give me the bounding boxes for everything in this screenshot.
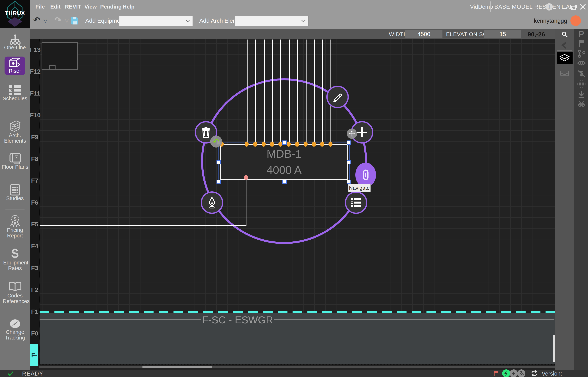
sidebar-item-one-line[interactable]: One-Line bbox=[0, 34, 30, 50]
collapse-panel-chevron[interactable] bbox=[561, 42, 567, 49]
connection-dot[interactable] bbox=[245, 141, 249, 147]
power-status-idle-icon[interactable] bbox=[510, 369, 518, 377]
selection-handle-n[interactable] bbox=[282, 141, 287, 145]
add-equipment-select[interactable] bbox=[119, 16, 193, 26]
feeder-line[interactable] bbox=[314, 39, 315, 144]
load-connection-dot[interactable] bbox=[244, 175, 248, 180]
menu-pending[interactable]: Pending bbox=[100, 4, 122, 10]
selection-handle-w[interactable] bbox=[216, 160, 221, 165]
menu-edit[interactable]: Edit bbox=[50, 4, 61, 10]
feeder-line[interactable] bbox=[297, 39, 298, 144]
connection-dot[interactable] bbox=[270, 141, 274, 147]
connection-dot[interactable] bbox=[278, 141, 282, 147]
schedule-list-button[interactable] bbox=[345, 191, 367, 214]
restore-button[interactable] bbox=[571, 4, 578, 11]
add-arch-element-select[interactable] bbox=[235, 16, 309, 26]
avatar[interactable] bbox=[570, 15, 581, 26]
feeder-line[interactable] bbox=[322, 39, 323, 144]
menu-help[interactable]: Help bbox=[123, 4, 135, 10]
section-label: F-SC - ESWGR bbox=[202, 314, 273, 326]
branch-icon[interactable] bbox=[574, 50, 588, 58]
width-input[interactable]: 4500 bbox=[405, 30, 442, 38]
save-icon[interactable] bbox=[70, 16, 79, 25]
model-name: BASE MODEL RESIDENTIAL bbox=[494, 4, 573, 10]
connection-dot[interactable] bbox=[253, 141, 257, 147]
selection-handle-s[interactable] bbox=[282, 180, 287, 184]
connection-dot[interactable] bbox=[262, 141, 266, 147]
visibility-eye-icon[interactable] bbox=[574, 60, 588, 66]
move-badge[interactable] bbox=[347, 129, 357, 139]
connection-dot[interactable] bbox=[295, 141, 299, 147]
minimap[interactable] bbox=[42, 42, 78, 70]
project-name[interactable]: VidDemo bbox=[470, 4, 493, 10]
rail-properties-button[interactable]: P bbox=[574, 29, 588, 39]
sidebar-item-arch-elements[interactable]: Arch. Elements bbox=[0, 119, 30, 144]
refresh-icon[interactable] bbox=[530, 370, 538, 377]
selection-handle-ne[interactable] bbox=[347, 141, 351, 145]
connection-dot[interactable] bbox=[287, 141, 291, 147]
undo-button[interactable]: ↶ bbox=[33, 15, 40, 25]
navigate-button[interactable] bbox=[355, 163, 376, 187]
selection-handle-e[interactable] bbox=[347, 160, 351, 165]
minimize-button[interactable] bbox=[562, 8, 567, 9]
feeder-line[interactable] bbox=[272, 39, 273, 144]
status-flag-icon[interactable] bbox=[493, 370, 499, 377]
vertical-scrollbar-thumb[interactable] bbox=[553, 335, 555, 362]
delete-undo-badge[interactable]: ↶ bbox=[210, 136, 222, 148]
canvas-viewport[interactable]: WIDTH 4500 ELEVATION SCALE 15 90,-26 F13… bbox=[30, 29, 555, 370]
feeder-line[interactable] bbox=[280, 39, 281, 144]
elevation-scale-input[interactable]: 15 bbox=[484, 30, 521, 38]
sidebar-item-riser[interactable]: Riser bbox=[5, 57, 25, 75]
undo-dropdown-arrow[interactable]: ▽ bbox=[44, 18, 47, 23]
menu-file[interactable]: File bbox=[35, 4, 45, 10]
feeder-line[interactable] bbox=[255, 39, 256, 144]
info-icon[interactable]: i bbox=[546, 3, 553, 11]
download-icon[interactable] bbox=[574, 90, 588, 99]
redo-button[interactable]: ↷ bbox=[54, 15, 62, 25]
close-button[interactable] bbox=[580, 4, 586, 10]
dotted-sphere-icon[interactable] bbox=[574, 80, 588, 88]
sidebar-item-studies[interactable]: Studies bbox=[0, 184, 30, 201]
thrux-logo[interactable]: THRUX bbox=[0, 0, 30, 28]
space-invader-icon[interactable] bbox=[574, 101, 588, 107]
horizontal-scrollbar-track[interactable] bbox=[39, 366, 555, 368]
menu-view[interactable]: View bbox=[84, 4, 97, 10]
sidebar-item-change-tracking[interactable]: Change Tracking bbox=[0, 318, 30, 341]
hide-pricing-icon[interactable]: $ bbox=[574, 69, 588, 78]
redo-dropdown-arrow[interactable]: ▽ bbox=[65, 18, 69, 23]
selection-handle-se[interactable] bbox=[347, 180, 351, 184]
feeder-line[interactable] bbox=[289, 39, 290, 144]
search-icon[interactable] bbox=[562, 31, 568, 38]
sidebar-item-schedules[interactable]: Schedules bbox=[0, 85, 30, 101]
draw-feeder-button[interactable] bbox=[201, 191, 223, 214]
power-status-on-icon[interactable] bbox=[502, 369, 510, 377]
horizontal-scrollbar-thumb[interactable] bbox=[142, 366, 212, 368]
menu-revit[interactable]: REVIT bbox=[65, 4, 81, 10]
inbox-icon[interactable] bbox=[560, 70, 569, 76]
flag-icon[interactable] bbox=[574, 39, 588, 47]
downstream-wire-vertical[interactable] bbox=[246, 178, 247, 226]
selection-handle-sw[interactable] bbox=[216, 180, 221, 184]
sidebar-item-floor-plans[interactable]: Floor Plans bbox=[0, 153, 30, 170]
feeder-line[interactable] bbox=[247, 39, 248, 144]
layers-button[interactable] bbox=[557, 52, 573, 64]
connection-dot[interactable] bbox=[304, 141, 308, 147]
undo-arrow-icon: ↶ bbox=[213, 138, 219, 145]
sidebar-item-equipment-rates[interactable]: $ Equipment Rates bbox=[0, 247, 30, 271]
username[interactable]: kennytanggg bbox=[530, 17, 567, 24]
edit-button[interactable] bbox=[326, 86, 349, 108]
connection-dot[interactable] bbox=[328, 141, 332, 147]
sidebar-item-codes-references[interactable]: Codes References bbox=[0, 281, 30, 304]
floor-label-f9: F9 bbox=[30, 134, 38, 141]
connection-dot[interactable] bbox=[312, 141, 316, 147]
cursor-coordinates: 90,-26 bbox=[527, 31, 545, 38]
feeder-line[interactable] bbox=[306, 39, 307, 144]
power-status-off-icon[interactable] bbox=[517, 369, 525, 377]
sub-floor-tab[interactable]: F-S bbox=[30, 344, 38, 366]
pen-nib-icon bbox=[207, 197, 217, 208]
downstream-wire-horizontal[interactable] bbox=[39, 225, 247, 226]
section-label-line-right bbox=[274, 319, 554, 319]
sidebar-item-pricing-report[interactable]: $ Pricing Report bbox=[0, 214, 30, 239]
feeder-line[interactable] bbox=[264, 39, 265, 144]
connection-dot[interactable] bbox=[320, 141, 324, 147]
